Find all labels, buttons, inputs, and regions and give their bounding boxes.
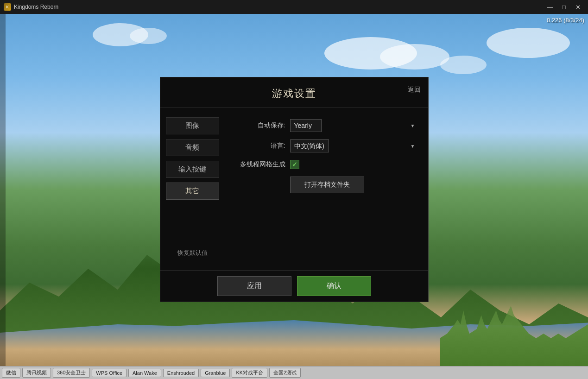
autosave-label: 自动保存: bbox=[234, 121, 285, 130]
dialog-body: 图像 音频 输入按键 其它 恢复默认值 bbox=[160, 108, 428, 270]
language-row: 语言: 中文(简体) English 中文(繁體) Français Deuts… bbox=[234, 139, 419, 152]
multithreaded-checkbox[interactable] bbox=[290, 160, 299, 169]
multithreaded-row: 多线程网格生成 bbox=[234, 160, 419, 169]
dialog-header: 游戏设置 返回 bbox=[160, 77, 428, 108]
tab-other[interactable]: 其它 bbox=[166, 183, 219, 200]
autosave-select[interactable]: Yearly Monthly Weekly Daily Never bbox=[290, 119, 322, 132]
tab-image[interactable]: 图像 bbox=[166, 117, 219, 134]
language-label: 语言: bbox=[234, 142, 285, 150]
apply-button[interactable]: 应用 bbox=[217, 276, 291, 296]
dialog-overlay: 游戏设置 返回 图像 音频 输入按键 其它 bbox=[0, 0, 588, 379]
content-area: 自动保存: Yearly Monthly Weekly Daily Never … bbox=[225, 108, 428, 270]
open-folder-button[interactable]: 打开存档文件夹 bbox=[290, 177, 364, 193]
settings-dialog: 游戏设置 返回 图像 音频 输入按键 其它 bbox=[160, 77, 429, 302]
confirm-button[interactable]: 确认 bbox=[297, 276, 371, 296]
return-button[interactable]: 返回 bbox=[408, 86, 421, 94]
left-panel: 图像 音频 输入按键 其它 恢复默认值 bbox=[160, 108, 225, 270]
dialog-footer: 应用 确认 bbox=[160, 270, 428, 302]
nav-tabs: 图像 音频 输入按键 其它 bbox=[160, 108, 225, 209]
restore-defaults-button[interactable]: 恢复默认值 bbox=[177, 249, 208, 257]
tab-audio[interactable]: 音频 bbox=[166, 139, 219, 156]
autosave-row: 自动保存: Yearly Monthly Weekly Daily Never bbox=[234, 119, 419, 132]
language-select-wrapper: 中文(简体) English 中文(繁體) Français Deutsch E… bbox=[290, 139, 419, 152]
tab-input[interactable]: 输入按键 bbox=[166, 161, 219, 178]
dialog-title: 游戏设置 bbox=[272, 88, 316, 99]
open-folder-row: 打开存档文件夹 bbox=[234, 177, 419, 193]
multithreaded-label: 多线程网格生成 bbox=[234, 160, 285, 169]
multithreaded-checkbox-wrapper bbox=[290, 160, 299, 169]
autosave-select-wrapper: Yearly Monthly Weekly Daily Never bbox=[290, 119, 419, 132]
language-select[interactable]: 中文(简体) English 中文(繁體) Français Deutsch E… bbox=[290, 139, 329, 152]
